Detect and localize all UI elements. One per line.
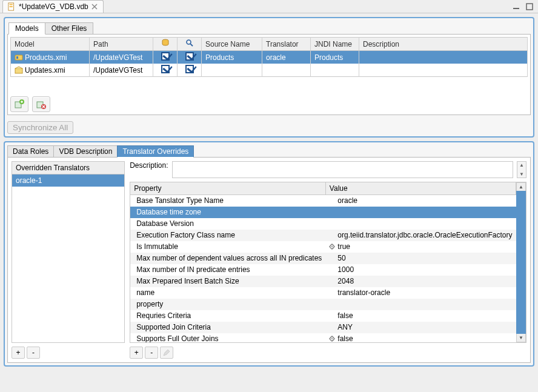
model-name-cell: Products.xmi [25,53,67,62]
property-value-cell[interactable]: ANY [325,322,516,333]
property-name-cell: property [130,299,325,310]
close-icon[interactable] [91,3,98,10]
property-value-cell[interactable]: org.teiid.translator.jdbc.oracle.OracleE… [325,230,516,241]
remove-model-button[interactable] [32,96,50,112]
description-scrollbar[interactable]: ▲▼ [517,161,526,178]
property-value-cell[interactable]: translator-oracle [325,287,516,299]
property-name-cell: Max number of IN predicate entries [130,264,325,276]
db-cylinder-icon [161,39,170,47]
col-flag1[interactable] [153,38,178,51]
table-row[interactable]: Max Prepared Insert Batch Size2048 [130,276,516,287]
table-row[interactable]: Database time zone [130,207,516,218]
add-model-button[interactable] [10,96,28,112]
col-translator[interactable]: Translator [262,38,311,51]
table-row[interactable]: property [130,299,516,310]
table-row[interactable]: Supported Join CriteriaANY [130,322,516,333]
tab-data-roles[interactable]: Data Roles [7,145,54,158]
list-item[interactable]: oracle-1 [12,174,124,187]
tab-other-files-label: Other Files [51,24,87,33]
col-description[interactable]: Description [359,38,528,51]
property-name-cell: Supported Join Criteria [130,322,325,333]
description-label: Description: [130,161,168,170]
remove-translator-button[interactable]: - [27,347,40,359]
scroll-up-icon[interactable]: ▲ [516,182,526,191]
property-name-cell: Max number of dependent values across al… [130,253,325,264]
tab-other-files[interactable]: Other Files [45,22,94,35]
checkbox-flag1[interactable] [161,52,170,61]
property-name-cell: Database Version [130,218,325,230]
maximize-icon[interactable] [525,2,534,12]
col-flag2[interactable] [178,38,202,51]
col-path[interactable]: Path [90,38,153,51]
properties-scrollbar[interactable]: ▲ ▼ [516,182,526,342]
col-model[interactable]: Model [11,38,90,51]
checkbox-flag2[interactable] [185,52,194,61]
minimize-icon[interactable] [511,2,521,12]
scroll-down-icon[interactable]: ▼ [516,334,526,342]
jndi-name-cell [311,64,359,77]
table-row[interactable]: Max number of IN predicate entries1000 [130,264,516,276]
svg-rect-2 [10,6,13,7]
checkbox-flag1[interactable] [161,65,170,73]
model-path-cell: /UpdateVGTest [90,64,153,77]
property-value-cell[interactable]: 50 [325,253,516,264]
add-translator-button[interactable]: + [12,347,25,359]
add-property-button[interactable]: + [130,347,143,359]
tab-translator-overrides[interactable]: Translator Overrides [117,145,194,158]
tab-translator-overrides-label: Translator Overrides [122,147,188,156]
gear-icon [329,335,335,341]
col-source-name[interactable]: Source Name [202,38,262,51]
property-name-cell: Database time zone [130,207,325,218]
property-value-cell[interactable]: 1000 [325,264,516,276]
property-name-cell: Requries Criteria [130,310,325,322]
table-row[interactable]: Execution Factory Class nameorg.teiid.tr… [130,230,516,241]
overridden-translators-list[interactable]: oracle-1 [12,174,125,343]
properties-table[interactable]: Property Value Base Tanslator Type Nameo… [130,182,516,343]
remove-property-button[interactable]: - [145,347,158,359]
svg-point-22 [331,338,333,339]
table-row[interactable]: Base Tanslator Type Nameoracle [130,195,516,207]
description-input[interactable] [172,161,513,178]
property-name-cell: Is Immutable [130,241,325,253]
table-row[interactable]: Is Immutabletrue [130,241,516,253]
editor-file-tab-label: *UpdateVG_VDB.vdb [19,2,88,11]
property-value-cell[interactable] [325,207,516,218]
table-row[interactable]: nametranslator-oracle [130,287,516,299]
property-value-cell[interactable] [325,299,516,310]
table-row[interactable]: Products.xmi/UpdateVGTestProductsoracleP… [11,51,528,64]
property-value-cell[interactable]: true [325,241,516,253]
editor-file-tab[interactable]: *UpdateVG_VDB.vdb [2,0,104,13]
overridden-translators-column: Overridden Translators oracle-1 + - [12,161,125,359]
translator-cell: oracle [262,51,311,64]
tab-models[interactable]: Models [8,22,45,35]
overrides-body: Overridden Translators oracle-1 + - Desc… [7,157,531,363]
property-value-cell[interactable]: false [325,333,516,344]
property-value-cell[interactable]: oracle [325,195,516,207]
table-row[interactable]: Updates.xmi/UpdateVGTest [11,64,528,77]
description-cell [359,51,528,64]
property-value-cell[interactable]: false [325,310,516,322]
table-row[interactable]: Supports Full Outer Joinsfalse [130,333,516,344]
table-row[interactable]: Max number of dependent values across al… [130,253,516,264]
table-row[interactable]: Requries Criteriafalse [130,310,516,322]
vdb-file-icon [8,2,16,11]
tab-vdb-description-label: VDB Description [59,147,112,156]
col-property[interactable]: Property [130,182,325,195]
editor-title-bar: *UpdateVG_VDB.vdb [0,0,538,13]
models-table[interactable]: Model Path Source Name Translator [10,37,528,77]
svg-rect-10 [15,68,22,73]
property-value-cell[interactable]: 2048 [325,276,516,287]
property-name-cell: Max Prepared Insert Batch Size [130,276,325,287]
translator-overrides-panel: Data Roles VDB Description Translator Ov… [4,141,534,367]
svg-line-7 [190,44,193,46]
property-name-cell: Execution Factory Class name [130,230,325,241]
table-row[interactable]: Database Version [130,218,516,230]
models-panel: Models Other Files Model Path [4,17,534,138]
checkbox-flag2[interactable] [185,65,194,73]
property-name-cell: Base Tanslator Type Name [130,195,325,207]
col-jndi-name[interactable]: JNDI Name [311,38,359,51]
col-value[interactable]: Value [325,182,516,195]
translator-cell [262,64,311,77]
property-value-cell[interactable] [325,218,516,230]
tab-vdb-description[interactable]: VDB Description [53,145,118,158]
